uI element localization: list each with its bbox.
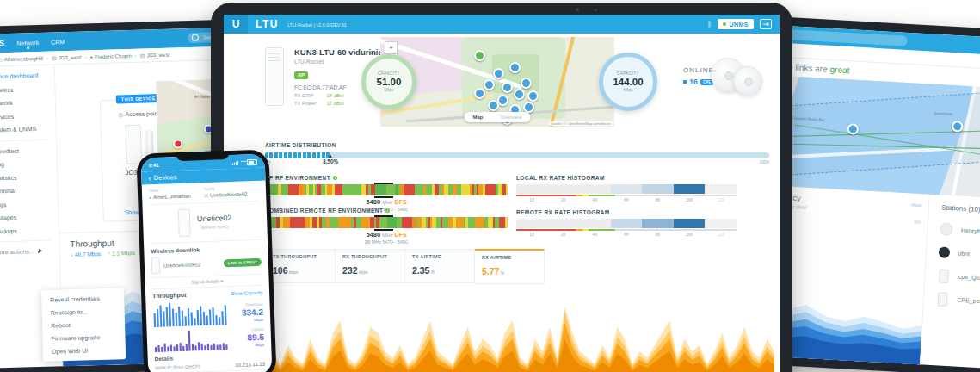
unms-brand: UNMS	[0, 39, 5, 48]
upload-rate: ↑ 2.1 Mbps	[108, 250, 135, 257]
tab-rx-throughput[interactable]: RX THROUGHPUT232 kbps	[336, 249, 405, 283]
upload-unit: Mbps	[232, 343, 264, 348]
breadcrumb-item-jo3-west[interactable]: ▤JO3_west	[52, 54, 82, 61]
breadcrumb-item-jo3-west[interactable]: ▤JO3_west	[140, 52, 170, 59]
axis-tick: 250	[910, 219, 921, 225]
sidebar-item-system-unms[interactable]: ⚙System & UNMS	[0, 121, 56, 137]
breadcrumb-label: AthanessburgHill	[4, 55, 44, 61]
map-marker[interactable]	[951, 121, 963, 133]
breadcrumb-separator: ›	[84, 54, 86, 59]
spectrum-segment	[506, 184, 508, 195]
histogram-segment	[516, 184, 548, 194]
histogram-bar	[516, 219, 737, 228]
show-capacity-link[interactable]: Show Capacity	[231, 289, 262, 295]
stat-unit: %	[499, 270, 504, 276]
divider	[0, 240, 52, 243]
menu-item-open-web-ui[interactable]: Open Web UI	[43, 343, 126, 358]
info-icon[interactable]: i	[385, 208, 390, 213]
download-unit: Mbps	[231, 318, 263, 323]
sidebar-item-label: More actions...	[0, 248, 34, 255]
underline-segment	[615, 195, 737, 196]
rf-spectrum-bar[interactable]	[265, 217, 508, 228]
tick-label: 6X	[611, 198, 643, 202]
histogram-segment	[579, 184, 611, 194]
breadcrumb-item-frederic-chopin[interactable]: ●Frederic Chopin	[89, 53, 131, 59]
sidebar-item-label: Wireless	[0, 87, 13, 94]
airtime-marker: 3.50%	[323, 154, 338, 164]
station-name: cpe_QiuXun	[958, 274, 980, 284]
stat-number: 5.77	[482, 266, 499, 276]
online-status: ONLINE	[683, 66, 714, 74]
ap-rf-environment: AP RF ENVIRONMENTi 5480 MHzDFS 20 MHz 54…	[265, 175, 508, 212]
cpe-map-marker[interactable]	[497, 95, 508, 106]
nav-crm[interactable]: CRM	[51, 39, 65, 45]
cpe-devices-image	[711, 54, 762, 102]
uplink-value[interactable]: ▤UneticeKioste02	[204, 191, 259, 198]
client-value[interactable]: ●Arnes, Jonathan	[149, 193, 204, 200]
tab-rx-airtime[interactable]: RX AIRTIME5.77 %	[475, 249, 545, 284]
exit-icon[interactable]: ⇥	[760, 19, 772, 29]
client-icon: ●	[149, 195, 151, 200]
underline-segment	[589, 229, 615, 231]
sidebar-item-label: Device dashboard	[0, 72, 39, 80]
sidebar-item-label: Speedtest	[0, 147, 19, 154]
info-icon[interactable]: i	[333, 176, 337, 180]
cpe-map-marker[interactable]	[474, 88, 485, 99]
ap-map-marker[interactable]	[474, 50, 485, 61]
tick-label: 12X	[705, 198, 737, 202]
detail-value: 10.213.11.23	[235, 361, 265, 367]
breadcrumb-item-athanessburghill[interactable]: ⌂AthanessburgHill	[0, 55, 43, 61]
stat-number: 232	[342, 265, 358, 276]
status-dot	[723, 22, 726, 26]
underline-segment	[516, 229, 576, 231]
tab-tx-airtime[interactable]: TX AIRTIME2.35 %	[405, 249, 475, 283]
cpe-map-marker[interactable]	[493, 68, 504, 79]
station-row-cpe-pelikan66[interactable]: CPE_pelikan667d-41 dBm	[936, 287, 980, 319]
toggle-overview[interactable]: Overview	[491, 112, 530, 122]
underline-segment	[576, 229, 582, 231]
stat-number: 106	[273, 265, 288, 276]
histogram-segment	[705, 184, 737, 194]
battery-icon	[247, 158, 257, 164]
breadcrumb-label: JO3_west	[59, 54, 82, 60]
camera-dot	[576, 8, 579, 11]
device-model: AirFiber 60HD	[197, 224, 232, 230]
breadcrumb-label: JO3_west	[146, 52, 169, 58]
stat-unit: kbps	[288, 270, 299, 275]
unms-button[interactable]: UNMS	[718, 19, 754, 29]
device-image	[265, 47, 284, 106]
stat-tab-value: 106 kbps	[273, 262, 335, 277]
cpe-map-marker[interactable]	[488, 100, 499, 111]
tick-label: 6X	[611, 232, 643, 237]
device-name: Unetice02	[197, 214, 232, 223]
stat-tab-value: 5.77 %	[482, 263, 544, 278]
this-device-badge: THIS DEVICE	[116, 94, 161, 103]
page-title[interactable]: Devices	[154, 173, 177, 182]
cpe-map-marker[interactable]	[521, 78, 532, 89]
histogram-underline	[516, 195, 737, 196]
toggle-map[interactable]: Map	[464, 112, 491, 122]
nav-network[interactable]: Network	[16, 39, 39, 46]
cpe-map-marker[interactable]	[523, 102, 534, 113]
sidebar-item-label: System & UNMS	[0, 126, 36, 133]
stat-number: 2.35	[412, 265, 429, 276]
sidebar-item-backups[interactable]: ↻Backups	[0, 223, 59, 239]
zoom-in-button[interactable]: +	[385, 41, 398, 53]
client-icon: ●	[89, 54, 93, 59]
station-name: CPE_pelikan66	[957, 297, 980, 307]
tab-tx-throughput[interactable]: TX THROUGHPUT106 kbps	[265, 249, 336, 283]
more-actions-menu: Reveal credentialsReassign to...RebootFi…	[41, 288, 126, 362]
breadcrumb-separator: ›	[46, 55, 48, 60]
histogram-segment	[516, 219, 548, 228]
divider	[0, 139, 49, 141]
remote-rx-rate-histogram: REMOTE RX RATE HISTOGRAM 1X2X4X6X8X10X12…	[516, 209, 737, 237]
back-icon[interactable]: ‹	[148, 173, 151, 183]
cpe-map-marker[interactable]	[509, 62, 521, 73]
cpe-map-marker[interactable]	[484, 79, 495, 90]
bluetooth-icon[interactable]: ᛒ	[707, 20, 712, 28]
channel-selection	[374, 215, 394, 231]
rf-spectrum-bar[interactable]	[265, 184, 508, 195]
cpe-square-icon	[683, 80, 687, 84]
sidebar-item-more-actions[interactable]: More actions...	[0, 244, 59, 259]
histogram-bar	[516, 184, 737, 194]
